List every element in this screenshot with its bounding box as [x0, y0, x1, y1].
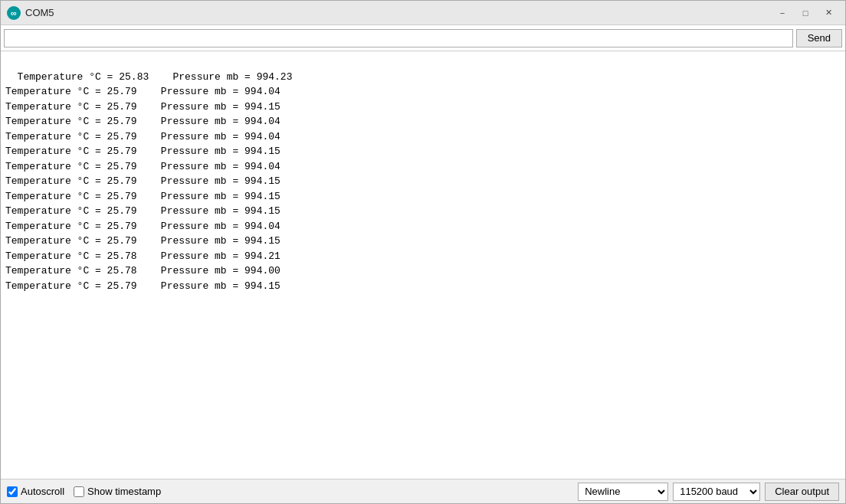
bottom-bar-right: No line endingNewlineCarriage returnBoth…	[578, 483, 839, 501]
newline-select[interactable]: No line endingNewlineCarriage returnBoth…	[578, 483, 668, 501]
autoscroll-text: Autoscroll	[21, 486, 64, 497]
autoscroll-checkbox[interactable]	[7, 486, 18, 497]
send-button[interactable]: Send	[796, 29, 842, 47]
timestamp-text: Show timestamp	[87, 486, 161, 497]
window-title: COM5	[25, 7, 772, 18]
timestamp-checkbox[interactable]	[74, 486, 84, 497]
minimize-button[interactable]: −	[772, 5, 793, 21]
autoscroll-label[interactable]: Autoscroll	[7, 486, 64, 497]
arduino-icon: ∞	[7, 6, 21, 20]
svg-text:∞: ∞	[11, 8, 17, 18]
baud-select[interactable]: 300 baud1200 baud2400 baud4800 baud9600 …	[673, 483, 760, 501]
serial-output[interactable]: Temperature °C = 25.83 Pressure mb = 994…	[1, 51, 845, 479]
maximize-button[interactable]: □	[795, 5, 816, 21]
serial-input[interactable]	[4, 29, 793, 47]
timestamp-label[interactable]: Show timestamp	[74, 486, 161, 497]
clear-output-button[interactable]: Clear output	[765, 483, 839, 501]
title-bar: ∞ COM5 − □ ✕	[1, 1, 845, 25]
close-button[interactable]: ✕	[818, 5, 839, 21]
send-bar: Send	[1, 25, 845, 51]
bottom-bar: Autoscroll Show timestamp No line ending…	[1, 479, 845, 503]
window-controls: − □ ✕	[772, 5, 839, 21]
main-window: ∞ COM5 − □ ✕ Send Temperature °C = 25.83…	[0, 0, 846, 504]
